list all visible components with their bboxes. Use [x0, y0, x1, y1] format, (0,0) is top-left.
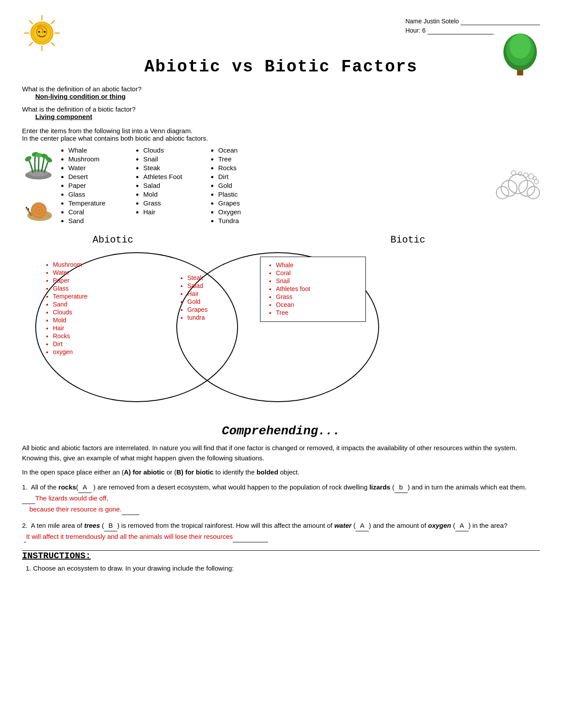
- tree-decoration-icon: [500, 32, 540, 76]
- svg-point-42: [518, 172, 522, 175]
- svg-point-41: [524, 173, 528, 177]
- venn-left-content: Mushroom Water Paper Glass Temperature S…: [44, 261, 163, 356]
- hour-value: 6: [422, 27, 426, 34]
- list-item: Gold: [218, 182, 275, 189]
- list-item: Whale: [276, 261, 359, 269]
- biotic-definition: What is the definition of a biotic facto…: [22, 105, 540, 120]
- list-item: Hair: [53, 325, 163, 332]
- venn-right-content: Whale Coral Snail Athletes foot Grass Oc…: [260, 257, 366, 322]
- list-item: Temperature: [53, 293, 163, 300]
- items-col1: Whale Mushroom Water Desert Paper Glass …: [60, 146, 126, 226]
- name-value: Justin Sotelo: [424, 18, 459, 25]
- svg-line-5: [51, 42, 55, 46]
- list-item: Snail: [276, 277, 359, 284]
- q2-answer: It will affect it tremendously and all t…: [22, 533, 268, 540]
- list-item: Ocean: [218, 146, 275, 154]
- svg-point-28: [37, 209, 40, 212]
- list-item: Rocks: [53, 332, 163, 340]
- svg-point-43: [511, 171, 516, 175]
- list-item: Clouds: [143, 146, 201, 154]
- list-item: Water: [68, 164, 126, 172]
- hour-label: Hour:: [406, 27, 421, 34]
- decorative-right: [496, 146, 540, 226]
- venn-right-list: Whale Coral Snail Athletes foot Grass Oc…: [267, 261, 359, 316]
- instructions-list: Choose an ecosystem to draw. In your dra…: [22, 564, 540, 572]
- svg-point-10: [38, 31, 40, 33]
- biotic-answer: Living component: [35, 113, 540, 120]
- items-columns: Whale Mushroom Water Desert Paper Glass …: [60, 146, 491, 226]
- questions-list: 1. All of the rocks(A ) are removed from…: [22, 482, 540, 542]
- list-item: Temperature: [68, 199, 126, 207]
- venn-center-content: Steak Salad Hair Gold Grapes tundra: [179, 274, 245, 322]
- page-title: Abiotic vs Biotic Factors: [22, 57, 540, 76]
- venn-intro-line2: In the center place what contains both b…: [22, 134, 208, 142]
- list-item: Coral: [276, 269, 359, 276]
- biotic-question: What is the definition of a biotic facto…: [22, 105, 136, 113]
- name-line: Name Justin Sotelo: [406, 18, 540, 25]
- decorative-left: [22, 146, 55, 226]
- list-item: Whale: [68, 146, 126, 154]
- svg-line-6: [51, 20, 55, 24]
- list-item: Clouds: [53, 309, 163, 316]
- list-item: Ocean: [276, 301, 359, 308]
- biotic-label: Biotic: [391, 235, 425, 246]
- items-col2-list: Clouds Snail Steak Athletes Foot Salad M…: [134, 146, 201, 216]
- list-item: Desert: [68, 173, 126, 180]
- svg-point-40: [529, 174, 534, 179]
- svg-line-7: [29, 42, 33, 46]
- name-label: Name: [406, 18, 422, 25]
- list-item: Sand: [53, 301, 163, 308]
- abiotic-question: What is the definition of an abotic fact…: [22, 85, 141, 93]
- comprehending-title: Comprehending...: [22, 424, 540, 438]
- list-item: Hair: [143, 208, 201, 216]
- list-item: Grass: [276, 293, 359, 300]
- items-list-area: Whale Mushroom Water Desert Paper Glass …: [22, 146, 540, 226]
- list-item: oxygen: [53, 348, 163, 355]
- header-area: Name Justin Sotelo Hour: 6: [22, 13, 540, 53]
- venn-diagram-area: Abiotic Biotic Mushroom Water Paper Glas…: [22, 235, 540, 415]
- venn-container: Mushroom Water Paper Glass Temperature S…: [22, 248, 540, 415]
- list-item: Mold: [143, 190, 201, 198]
- svg-point-11: [44, 31, 46, 33]
- list-item: Athletes foot: [276, 285, 359, 292]
- list-item: Plastic: [218, 190, 275, 198]
- sun-icon: [22, 13, 62, 53]
- cloud-icon: [496, 168, 540, 204]
- venn-labels: Abiotic Biotic: [22, 235, 540, 246]
- svg-point-31: [27, 208, 29, 210]
- list-item: tundra: [187, 314, 245, 321]
- venn-intro-line1: Enter the items from the following list …: [22, 127, 193, 134]
- svg-point-15: [510, 34, 531, 59]
- list-item: Dirt: [53, 340, 163, 347]
- question-1: 1. All of the rocks(A ) are removed from…: [22, 482, 540, 515]
- list-item: Glass: [53, 285, 163, 292]
- list-item: Water: [53, 269, 163, 276]
- list-item: Coral: [68, 208, 126, 216]
- list-item: Gold: [187, 298, 245, 305]
- list-item: Tundra: [218, 217, 275, 224]
- list-item: Glass: [68, 190, 126, 198]
- list-item: Tree: [276, 309, 359, 316]
- list-item: Mushroom: [68, 155, 126, 163]
- list-item: Salad: [187, 282, 245, 289]
- list-item: Athletes Foot: [143, 173, 201, 180]
- svg-point-32: [26, 207, 27, 209]
- list-item: Grass: [143, 199, 201, 207]
- abiotic-label: Abiotic: [93, 235, 133, 246]
- list-item: Snail: [143, 155, 201, 163]
- venn-center-list: Steak Salad Hair Gold Grapes tundra: [179, 274, 245, 321]
- venn-left-list: Mushroom Water Paper Glass Temperature S…: [44, 261, 163, 355]
- svg-point-18: [24, 155, 33, 163]
- items-col3: Ocean Tree Rocks Dirt Gold Plastic Grape…: [209, 146, 275, 226]
- abiotic-answer: Non-living condition or thing: [35, 93, 540, 100]
- plant-icon: [22, 146, 55, 179]
- list-item: Steak: [143, 164, 201, 172]
- svg-line-4: [29, 20, 33, 24]
- items-col3-list: Ocean Tree Rocks Dirt Gold Plastic Grape…: [209, 146, 275, 224]
- list-item: Hair: [187, 290, 245, 297]
- list-item: Steak: [187, 274, 245, 281]
- list-item: Paper: [68, 182, 126, 189]
- list-item: Tree: [218, 155, 275, 163]
- instruction-item-1: Choose an ecosystem to draw. In your dra…: [33, 564, 540, 572]
- list-item: Mold: [53, 317, 163, 324]
